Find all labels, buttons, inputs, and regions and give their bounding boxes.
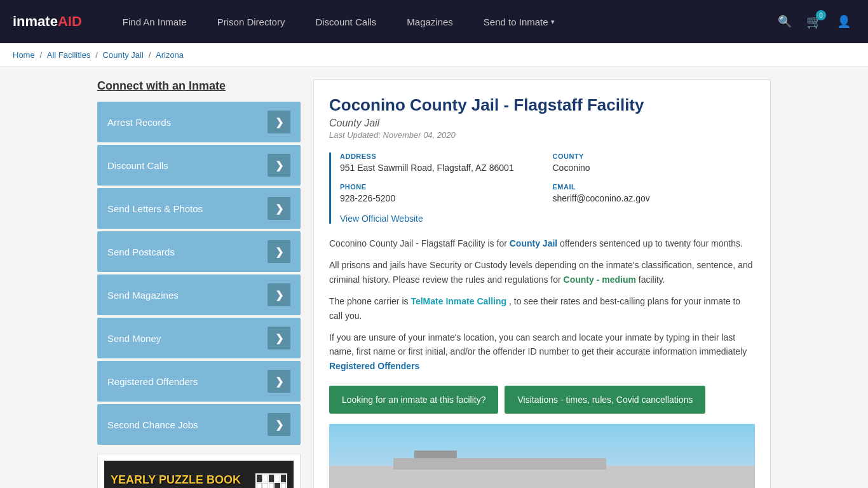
facility-title: Coconino County Jail - Flagstaff Facilit… [329, 95, 755, 115]
sidebar-item-send-letters[interactable]: Send Letters & Photos ❯ [97, 188, 301, 229]
address-value: 951 East Sawmill Road, Flagstaff, AZ 860… [340, 163, 543, 173]
nav-magazines[interactable]: Magazines [391, 0, 468, 43]
puzzle-grid-icon [255, 473, 287, 488]
logo[interactable]: inmateAID [13, 13, 82, 30]
navbar-right: 🔍 🛒 0 👤 [773, 10, 855, 33]
cart-button[interactable]: 🛒 0 [806, 14, 822, 29]
sidebar-item-label: Send Postcards [107, 247, 175, 257]
nav-prison-directory[interactable]: Prison Directory [202, 0, 301, 43]
sidebar-items: Arrest Records ❯ Discount Calls ❯ Send L… [97, 102, 301, 445]
phone-value: 928-226-5200 [340, 193, 543, 203]
search-button[interactable]: 🔍 [773, 10, 796, 33]
find-inmate-cta-button[interactable]: Looking for an inmate at this facility? [329, 386, 498, 414]
county-label: COUNTY [553, 152, 756, 160]
logo-aid: AID [58, 13, 82, 29]
sidebar-item-label: Registered Offenders [107, 376, 198, 387]
arrow-icon: ❯ [268, 111, 290, 133]
registered-offenders-link[interactable]: Registered Offenders [329, 361, 419, 371]
address-label: ADDRESS [340, 152, 543, 160]
cart-badge: 0 [816, 10, 826, 20]
info-grid: ADDRESS 951 East Sawmill Road, Flagstaff… [329, 152, 755, 224]
sidebar-item-second-chance-jobs[interactable]: Second Chance Jobs ❯ [97, 404, 301, 445]
sidebar-item-send-magazines[interactable]: Send Magazines ❯ [97, 274, 301, 315]
nav-discount-calls[interactable]: Discount Calls [300, 0, 391, 43]
navbar: inmateAID Find An Inmate Prison Director… [0, 0, 868, 43]
nav-send-to-inmate[interactable]: Send to Inmate ▾ [468, 0, 570, 43]
facility-panel: Coconino County Jail - Flagstaff Facilit… [313, 79, 771, 488]
arrow-icon: ❯ [268, 154, 290, 177]
visitations-cta-button[interactable]: Visitations - times, rules, Covid cancel… [505, 386, 705, 414]
facility-type: County Jail [329, 118, 755, 129]
breadcrumb-all-facilities[interactable]: All Facilities [47, 50, 91, 60]
search-icon: 🔍 [778, 15, 792, 29]
arrow-icon: ❯ [268, 197, 290, 220]
arrow-icon: ❯ [268, 240, 290, 263]
breadcrumb-county-jail[interactable]: County Jail [103, 50, 144, 60]
description-4: If you are unsure of your inmate's locat… [329, 330, 755, 373]
arrow-icon: ❯ [268, 413, 290, 436]
sidebar-item-send-money[interactable]: Send Money ❯ [97, 318, 301, 358]
description-3: The phone carrier is TelMate Inmate Call… [329, 294, 755, 323]
chevron-down-icon: ▾ [551, 18, 555, 26]
facility-updated: Last Updated: November 04, 2020 [329, 130, 755, 140]
county-jail-link[interactable]: County Jail [510, 238, 557, 248]
logo-main: inmate [13, 13, 58, 29]
description-1: Coconino County Jail - Flagstaff Facilit… [329, 236, 755, 250]
phone-block: PHONE 928-226-5200 [340, 183, 543, 203]
sidebar-item-registered-offenders[interactable]: Registered Offenders ❯ [97, 361, 301, 402]
nav-links: Find An Inmate Prison Directory Discount… [107, 0, 773, 43]
cta-buttons: Looking for an inmate at this facility? … [329, 386, 755, 414]
user-icon: 👤 [837, 15, 851, 29]
county-medium-link[interactable]: County - medium [564, 274, 636, 285]
main-content: Connect with an Inmate Arrest Records ❯ … [85, 79, 783, 488]
sidebar-title: Connect with an Inmate [97, 79, 301, 93]
county-block: COUNTY Coconino [553, 152, 756, 173]
description-2: All prisons and jails have Security or C… [329, 258, 755, 287]
official-link-block: View Official Website [340, 214, 755, 224]
address-block: ADDRESS 951 East Sawmill Road, Flagstaff… [340, 152, 543, 173]
sidebar-item-label: Send Letters & Photos [107, 203, 203, 214]
sidebar-item-send-postcards[interactable]: Send Postcards ❯ [97, 231, 301, 272]
official-website-link[interactable]: View Official Website [340, 214, 423, 224]
breadcrumb-state[interactable]: Arizona [156, 50, 184, 60]
facility-image [329, 424, 755, 488]
email-block: EMAIL sheriff@coconino.az.gov [553, 183, 756, 203]
breadcrumb-home[interactable]: Home [13, 50, 35, 60]
email-value: sheriff@coconino.az.gov [553, 193, 756, 203]
ad-content: YEARLY PUZZLE BOOK SUBSCRIPTIONS STARTIN… [104, 461, 294, 488]
sidebar-item-label: Second Chance Jobs [107, 419, 198, 430]
ad-title: YEARLY PUZZLE BOOK [111, 473, 250, 487]
sidebar-item-label: Send Magazines [107, 290, 179, 301]
arrow-icon: ❯ [268, 370, 290, 393]
sidebar: Connect with an Inmate Arrest Records ❯ … [97, 79, 301, 488]
nav-find-inmate[interactable]: Find An Inmate [107, 0, 202, 43]
arrow-icon: ❯ [268, 327, 290, 349]
county-value: Coconino [553, 163, 756, 173]
sidebar-item-label: Arrest Records [107, 117, 171, 128]
sidebar-item-arrest-records[interactable]: Arrest Records ❯ [97, 102, 301, 142]
phone-label: PHONE [340, 183, 543, 191]
sidebar-item-discount-calls[interactable]: Discount Calls ❯ [97, 145, 301, 186]
email-label: EMAIL [553, 183, 756, 191]
sidebar-ad[interactable]: YEARLY PUZZLE BOOK SUBSCRIPTIONS STARTIN… [97, 454, 301, 488]
breadcrumb: Home / All Facilities / County Jail / Ar… [0, 43, 868, 67]
telmate-link[interactable]: TelMate Inmate Calling [410, 296, 506, 306]
sidebar-item-label: Send Money [107, 333, 161, 344]
sidebar-item-label: Discount Calls [107, 160, 168, 171]
user-button[interactable]: 👤 [832, 10, 855, 33]
arrow-icon: ❯ [268, 283, 290, 306]
